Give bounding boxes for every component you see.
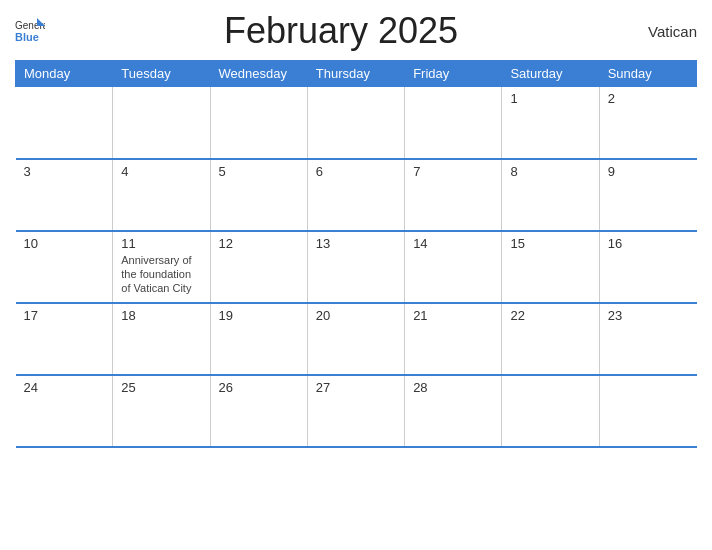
calendar-cell: 13	[307, 231, 404, 303]
calendar-cell	[502, 375, 599, 447]
day-number: 3	[24, 164, 105, 179]
day-number: 6	[316, 164, 396, 179]
day-number: 19	[219, 308, 299, 323]
header-sunday: Sunday	[599, 61, 696, 87]
calendar-cell: 7	[405, 159, 502, 231]
calendar-cell	[307, 87, 404, 159]
day-number: 12	[219, 236, 299, 251]
calendar-cell: 12	[210, 231, 307, 303]
calendar-cell	[599, 375, 696, 447]
calendar-cell: 4	[113, 159, 210, 231]
calendar-cell: 11Anniversary of the foundation of Vatic…	[113, 231, 210, 303]
calendar-cell: 10	[16, 231, 113, 303]
calendar-cell	[16, 87, 113, 159]
day-number: 18	[121, 308, 201, 323]
day-number: 22	[510, 308, 590, 323]
calendar-cell	[210, 87, 307, 159]
day-number: 9	[608, 164, 689, 179]
calendar-week-row: 3456789	[16, 159, 697, 231]
calendar-week-row: 17181920212223	[16, 303, 697, 375]
day-number: 20	[316, 308, 396, 323]
day-number: 21	[413, 308, 493, 323]
logo: General Blue	[15, 16, 45, 46]
calendar-cell: 25	[113, 375, 210, 447]
calendar-table: Monday Tuesday Wednesday Thursday Friday…	[15, 60, 697, 448]
calendar-cell: 22	[502, 303, 599, 375]
header: General Blue February 2025 Vatican	[15, 10, 697, 52]
logo-icon: General Blue	[15, 16, 45, 46]
day-number: 10	[24, 236, 105, 251]
day-number: 4	[121, 164, 201, 179]
calendar-cell: 23	[599, 303, 696, 375]
calendar-cell: 21	[405, 303, 502, 375]
calendar-cell: 26	[210, 375, 307, 447]
day-number: 8	[510, 164, 590, 179]
day-number: 24	[24, 380, 105, 395]
calendar-cell: 24	[16, 375, 113, 447]
weekday-header-row: Monday Tuesday Wednesday Thursday Friday…	[16, 61, 697, 87]
day-number: 25	[121, 380, 201, 395]
day-number: 13	[316, 236, 396, 251]
header-saturday: Saturday	[502, 61, 599, 87]
country-label: Vatican	[637, 23, 697, 40]
day-number: 11	[121, 236, 201, 251]
calendar-cell: 9	[599, 159, 696, 231]
day-number: 28	[413, 380, 493, 395]
day-number: 2	[608, 91, 689, 106]
day-number: 15	[510, 236, 590, 251]
header-tuesday: Tuesday	[113, 61, 210, 87]
svg-text:Blue: Blue	[15, 31, 39, 43]
calendar-cell: 16	[599, 231, 696, 303]
calendar-cell: 14	[405, 231, 502, 303]
header-monday: Monday	[16, 61, 113, 87]
calendar-cell	[405, 87, 502, 159]
day-number: 26	[219, 380, 299, 395]
day-number: 17	[24, 308, 105, 323]
calendar-cell: 5	[210, 159, 307, 231]
calendar-cell: 1	[502, 87, 599, 159]
page: General Blue February 2025 Vatican Monda…	[0, 0, 712, 550]
day-number: 27	[316, 380, 396, 395]
calendar-week-row: 1011Anniversary of the foundation of Vat…	[16, 231, 697, 303]
header-friday: Friday	[405, 61, 502, 87]
calendar-cell: 3	[16, 159, 113, 231]
day-number: 5	[219, 164, 299, 179]
calendar-cell: 2	[599, 87, 696, 159]
header-thursday: Thursday	[307, 61, 404, 87]
calendar-cell: 8	[502, 159, 599, 231]
header-wednesday: Wednesday	[210, 61, 307, 87]
day-number: 7	[413, 164, 493, 179]
calendar-week-row: 2425262728	[16, 375, 697, 447]
calendar-cell: 20	[307, 303, 404, 375]
day-number: 1	[510, 91, 590, 106]
calendar-cell: 15	[502, 231, 599, 303]
calendar-week-row: 12	[16, 87, 697, 159]
calendar-cell: 17	[16, 303, 113, 375]
day-number: 14	[413, 236, 493, 251]
calendar-event: Anniversary of the foundation of Vatican…	[121, 253, 201, 296]
calendar-cell: 19	[210, 303, 307, 375]
calendar-cell: 27	[307, 375, 404, 447]
calendar-cell	[113, 87, 210, 159]
calendar-cell: 6	[307, 159, 404, 231]
calendar-title: February 2025	[45, 10, 637, 52]
calendar-cell: 18	[113, 303, 210, 375]
calendar-cell: 28	[405, 375, 502, 447]
day-number: 23	[608, 308, 689, 323]
day-number: 16	[608, 236, 689, 251]
